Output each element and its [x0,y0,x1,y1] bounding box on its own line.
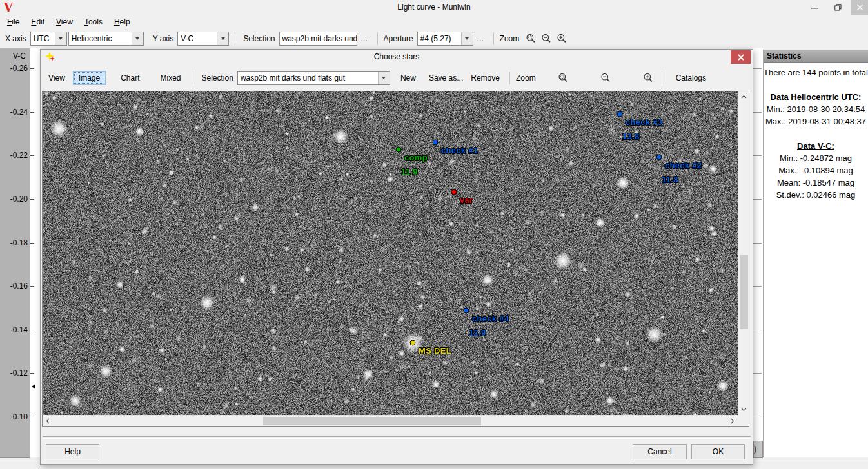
star-marker[interactable] [656,155,662,160]
main-toolbar: X axis UTC Heliocentric Y axis V-C Selec… [0,29,868,48]
dialog-zoom-in-button[interactable] [640,70,656,86]
star-marker[interactable] [451,189,457,195]
selection-more-button[interactable]: ... [357,32,371,46]
star-label: check #3 [626,117,662,127]
statistics-row: Max.: -0.10894 mag [764,164,868,177]
scrollbar-corner [738,415,749,426]
dialog-selection-label: Selection [202,73,233,82]
horizontal-scrollbar[interactable] [43,415,738,426]
dialog-selection-combobox[interactable]: wasp2b mit darks und flats gut [237,71,390,85]
mode-chart-button[interactable]: Chart [115,71,145,85]
menu-tools[interactable]: Tools [79,15,108,29]
cancel-button[interactable]: Cancel [633,444,687,459]
menu-edit[interactable]: Edit [25,15,50,29]
y-tick: -0.18 [0,239,30,247]
zoom-label: Zoom [500,34,520,43]
star-image-frame: comp11.9check #1varcheck #313.8check #21… [42,91,749,427]
y-tick: -0.14 [0,326,30,334]
scroll-up-icon[interactable] [738,91,749,102]
new-button[interactable]: New [397,71,420,85]
menubar: File Edit View Tools Help [0,15,868,29]
x-axis-label: X axis [5,34,26,43]
star-marker[interactable] [617,111,623,117]
y-tick: -0.26 [0,64,30,72]
dialog-zoom-label: Zoom [516,73,536,82]
zoom-out-icon [600,73,611,83]
mode-image-button[interactable]: Image [73,71,106,85]
statistics-row: Mean: -0.18547 mag [764,177,868,189]
y-tick: -0.10 [0,413,30,421]
y-tick: -0.12 [0,369,30,377]
dialog-separator [43,436,751,439]
star-label: MS DEL [419,346,451,356]
toolbar-separator [235,32,235,45]
window-title: Light curve - Muniwin [0,0,868,15]
zoom-out-button[interactable] [538,31,554,46]
save-as-button[interactable]: Save as... [425,71,467,85]
view-label: View [48,73,65,82]
vertical-scrollbar-thumb[interactable] [740,255,748,329]
chevron-down-icon [378,72,390,84]
scroll-right-icon[interactable] [727,416,738,426]
menu-view[interactable]: View [50,15,79,29]
star-marker[interactable] [396,147,402,153]
ok-button[interactable]: OK [691,444,745,459]
star-marker[interactable] [410,340,416,346]
dialog-titlebar: Choose stars [41,50,753,64]
selection-field[interactable]: wasp2b mit darks und flats gut [279,32,357,46]
star-label: check #2 [665,160,702,170]
y-axis-ticks: -0.26 -0.24 -0.22 -0.20 -0.18 -0.16 -0.1… [0,64,30,421]
main-titlebar: V Light curve - Muniwin [0,0,868,15]
zoom-out-icon [541,34,551,44]
zoom-in-icon [557,34,567,44]
menu-help[interactable]: Help [108,15,136,29]
dialog-close-button[interactable] [731,50,751,64]
statistics-row: Max.: 2019-08-31 00:48:37 [764,115,868,128]
star-magnitude: 11.8 [662,175,678,184]
right-axis-ticks [753,68,762,417]
aperture-combobox[interactable]: #4 (5.27) [417,32,473,46]
close-button[interactable] [851,0,868,15]
y-axis-label: Y axis [153,34,173,43]
x-axis-reference-combobox[interactable]: Heliocentric [68,32,144,46]
statistics-section-title: Data V-C: [764,140,868,152]
dialog-zoom-fit-button[interactable] [555,70,571,86]
zoom-fit-button[interactable] [523,31,538,46]
statistics-row: Min.: 2019-08-30 20:34:54 [764,103,868,115]
zoom-fit-icon [526,34,536,44]
statistics-body: There are 144 points in total Data Helio… [764,63,868,201]
catalogs-button[interactable]: Catalogs [672,71,710,85]
statistics-summary: There are 144 points in total [764,66,868,79]
dialog-title: Choose stars [41,50,753,64]
lightcurve-plot-edge [30,48,40,457]
star-marker[interactable] [433,140,439,146]
star-magnitude: 11.9 [401,167,418,177]
zoom-in-button[interactable] [554,31,569,46]
restore-button[interactable] [827,0,849,15]
chevron-down-icon [461,32,473,45]
star-marker-layer: comp11.9check #1varcheck #313.8check #21… [43,91,738,415]
minimize-button[interactable] [804,0,825,15]
dialog-zoom-out-button[interactable] [598,70,613,86]
x-axis-format-combobox[interactable]: UTC [30,32,67,46]
screen: V Light curve - Muniwin File Edit View T… [0,0,868,469]
scroll-left-icon[interactable] [43,416,54,426]
minimize-icon [811,5,818,11]
toolbar-separator [509,72,510,84]
statistics-row: Min.: -0.24872 mag [764,152,868,164]
star-marker[interactable] [464,308,469,314]
help-button[interactable]: Help [46,444,99,459]
close-icon [738,54,744,61]
vertical-scrollbar[interactable] [738,91,749,415]
zoom-fit-icon [558,73,568,83]
y-tick: -0.24 [0,108,30,116]
statistics-section-title: Data Heliocentric UTC: [764,91,868,103]
aperture-more-button[interactable]: ... [473,32,488,46]
menu-file[interactable]: File [1,15,25,29]
horizontal-scrollbar-thumb[interactable] [263,417,481,425]
scroll-down-icon[interactable] [738,404,749,415]
mode-mixed-button[interactable]: Mixed [155,71,187,85]
statistics-panel: Statistics There are 144 points in total… [763,50,868,457]
y-axis-combobox[interactable]: V-C [177,32,229,46]
remove-button[interactable]: Remove [467,71,504,85]
